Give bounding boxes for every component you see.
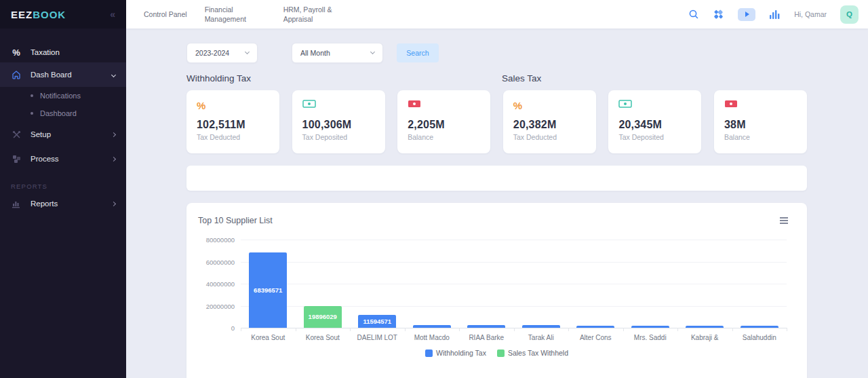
play-icon[interactable] (738, 8, 755, 21)
sidebar-item-dashboard[interactable]: Dashboard (0, 105, 126, 122)
bar-withholding-tax[interactable] (576, 326, 614, 328)
x-axis-tick (296, 328, 296, 331)
filter-row: 2023-2024 All Month Search (186, 43, 807, 63)
main-content: 2023-2024 All Month Search Withholding T… (126, 29, 868, 378)
x-axis-category-label: RIAA Barke (459, 334, 514, 341)
user-greeting: Hi, Qamar (794, 10, 827, 18)
bar-withholding-tax[interactable]: 11594571 (358, 315, 396, 328)
search-button[interactable]: Search (397, 43, 439, 62)
bar-slot: 68396571 (241, 240, 296, 328)
banknote-icon (724, 99, 738, 111)
bar-slot (405, 240, 460, 328)
chevron-down-icon (111, 72, 116, 77)
tab-hrm-payroll[interactable]: HRM, Payroll & Appraisal (283, 5, 344, 24)
card-sales-tax-deposited: 20,345M Tax Deposited (608, 90, 701, 153)
chevron-right-icon (111, 132, 116, 136)
chevron-down-icon (370, 50, 375, 54)
search-icon[interactable] (688, 9, 699, 20)
stat-cards-row: % 102,511M Tax Deducted 100,306M Tax Dep… (186, 90, 807, 153)
topbar: Control Panel Financial Management HRM, … (126, 0, 868, 29)
chart-plot: 8000000060000000400000002000000006839657… (241, 240, 787, 328)
chart-menu-icon[interactable] (778, 216, 789, 225)
play-triangle (745, 12, 749, 17)
bar-slot: 19896029 (296, 240, 351, 328)
y-axis-tick-label: 20000000 (206, 302, 235, 309)
sub-item-label: Notifications (40, 92, 81, 100)
banknote-icon (408, 99, 421, 111)
process-icon (11, 155, 22, 164)
chart-title: Top 10 Supplier List (198, 216, 273, 225)
card-wht-balance: 2,205M Balance (397, 90, 490, 153)
x-axis-category-label: Mott Macdo (405, 334, 460, 341)
tab-control-panel[interactable]: Control Panel (144, 10, 187, 19)
legend-swatch (497, 349, 505, 357)
legend-label: Sales Tax Withheld (508, 349, 568, 357)
card-value: 38M (724, 119, 797, 131)
bar-value-label: 11594571 (358, 315, 396, 328)
sidebar-section-reports: REPORTS (0, 181, 126, 191)
card-wht-tax-deducted: % 102,511M Tax Deducted (186, 90, 279, 153)
card-value: 20,345M (618, 119, 691, 131)
withholding-tax-title: Withholding Tax (186, 73, 502, 86)
legend-item[interactable]: Withholding Tax (425, 349, 486, 357)
bar-withholding-tax[interactable] (686, 326, 724, 328)
month-dropdown[interactable]: All Month (292, 43, 383, 63)
chart-legend: Withholding TaxSales Tax Withheld (186, 349, 807, 357)
x-axis-category-label: Salahuddin (732, 334, 787, 341)
x-axis-tick (787, 328, 787, 331)
section-titles: Withholding Tax Sales Tax (186, 73, 807, 86)
module-label: Taxation (31, 48, 60, 56)
x-axis-tick (350, 328, 351, 331)
x-axis-tick (732, 328, 733, 331)
sidebar-item-reports[interactable]: Reports (0, 191, 126, 216)
legend-label: Withholding Tax (436, 349, 486, 357)
sidebar-collapse-icon[interactable]: « (110, 9, 115, 20)
sidebar-module-taxation[interactable]: % Taxation (0, 42, 126, 62)
tab-financial-management[interactable]: Financial Management (205, 5, 266, 24)
banknote-icon (302, 99, 316, 111)
x-axis-category-label: Korea Sout (296, 334, 351, 341)
legend-item[interactable]: Sales Tax Withheld (497, 349, 568, 357)
card-value: 100,306M (302, 119, 375, 131)
year-dropdown[interactable]: 2023-2024 (186, 43, 258, 63)
report-chart-icon (11, 200, 22, 208)
supplier-chart-card: Top 10 Supplier List 8000000060000000400… (186, 203, 807, 378)
sidebar-item-process[interactable]: Process (0, 147, 126, 171)
sidebar-item-setup[interactable]: Setup (0, 122, 126, 147)
x-axis-tick (514, 328, 515, 331)
bar-withholding-tax[interactable] (522, 325, 560, 328)
app-logo: EEZBOOK (11, 9, 66, 20)
percent-icon: % (197, 100, 205, 111)
bar-withholding-tax[interactable] (413, 325, 451, 328)
sidebar-menu: % Taxation Dash Board Notifications Dash… (0, 29, 126, 216)
bar-withholding-tax[interactable] (741, 326, 778, 328)
tools-icon (11, 130, 22, 139)
x-axis-tick (405, 328, 406, 331)
logo-row: EEZBOOK « (0, 0, 126, 29)
x-axis-category-label: Kabraji & (677, 334, 732, 341)
bar-slot (514, 240, 569, 328)
bar-withholding-tax[interactable] (631, 326, 669, 328)
bar-withholding-tax[interactable]: 68396571 (249, 252, 287, 328)
x-axis-category-label: Mrs. Saddi (623, 334, 678, 341)
card-value: 102,511M (197, 119, 269, 131)
bar-slot (623, 240, 678, 328)
card-label: Balance (408, 133, 480, 141)
chevron-down-icon (245, 50, 250, 54)
bar-slot: 11594571 (350, 240, 405, 328)
bar-chart-icon[interactable] (769, 10, 781, 20)
bar-withholding-tax[interactable] (467, 325, 505, 328)
avatar[interactable]: Q (840, 5, 859, 24)
bar-sales-tax-withheld[interactable]: 19896029 (304, 306, 342, 328)
card-label: Tax Deposited (618, 133, 691, 141)
sidebar-item-notifications[interactable]: Notifications (0, 87, 126, 105)
bullet-icon (31, 112, 33, 115)
logo-text-primary: EEZ (11, 9, 33, 20)
percent-icon: % (11, 48, 22, 58)
apps-icon[interactable] (713, 9, 724, 20)
card-sales-balance: 38M Balance (714, 90, 807, 153)
topbar-tabs: Control Panel Financial Management HRM, … (126, 5, 344, 24)
card-label: Tax Deposited (302, 133, 375, 141)
sidebar-item-dashboard-group[interactable]: Dash Board (0, 62, 126, 87)
card-value: 20,382M (513, 119, 586, 131)
